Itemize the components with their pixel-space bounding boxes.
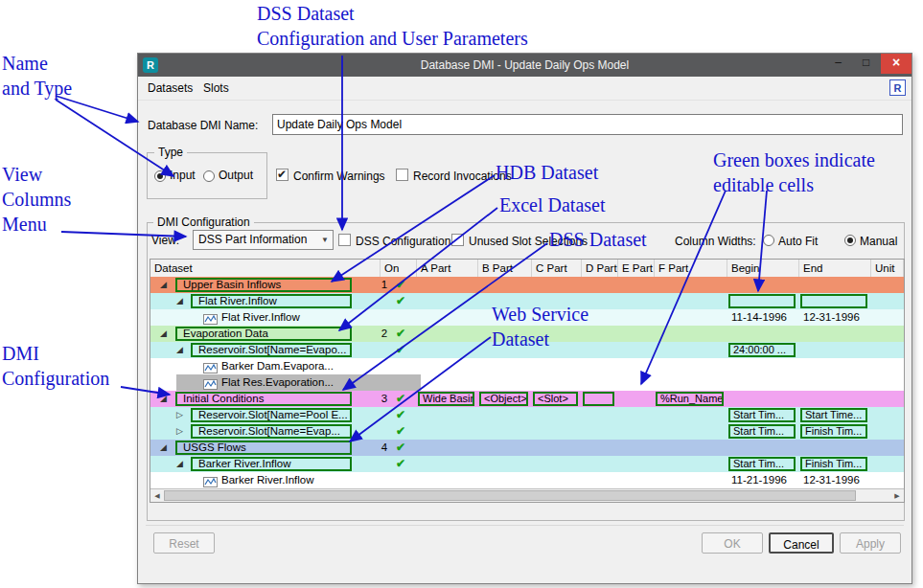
table-row[interactable]: ▷Reservoir.Slot[Name=Evap...✔Start Tim..…: [150, 423, 904, 440]
cell-b[interactable]: <Object>: [479, 392, 528, 406]
confirm-warnings-checkbox[interactable]: [276, 169, 288, 181]
column-header-begin[interactable]: Begin: [727, 260, 799, 277]
cell-end[interactable]: Finish Tim...: [800, 457, 867, 471]
maximize-button[interactable]: □: [852, 54, 880, 74]
dataset-label[interactable]: USGS Flows: [175, 441, 352, 455]
check-icon[interactable]: ✔: [396, 424, 405, 438]
dmi-name-input[interactable]: [272, 114, 903, 135]
cell-end[interactable]: Start Time...: [800, 408, 867, 422]
menu-slots[interactable]: Slots: [203, 77, 229, 100]
column-header-on[interactable]: On: [381, 260, 417, 277]
check-icon[interactable]: ✔: [396, 294, 405, 307]
dataset-label[interactable]: Barker Dam.Evapora...: [221, 360, 334, 372]
manual-radio[interactable]: [844, 235, 856, 246]
check-icon[interactable]: ✔: [396, 457, 405, 470]
column-header-dataset[interactable]: Dataset: [150, 260, 381, 277]
dataset-label[interactable]: Flat Res.Evaporation...: [221, 376, 334, 388]
check-icon[interactable]: ✔: [396, 343, 405, 356]
column-header-c[interactable]: C Part: [532, 260, 582, 277]
check-icon[interactable]: ✔: [396, 392, 405, 405]
table-row[interactable]: ◢USGS Flows4✔: [150, 440, 904, 456]
column-header-d[interactable]: D Part: [582, 260, 618, 277]
record-invocations-checkbox[interactable]: [396, 169, 408, 181]
cell-begin[interactable]: Start Tim...: [728, 408, 796, 422]
output-radio[interactable]: [203, 170, 215, 182]
table-row[interactable]: Barker River.Inflow11-21-199612-31-1996: [150, 472, 904, 488]
check-icon[interactable]: ✔: [396, 441, 405, 454]
unused-slot-selections-checkbox[interactable]: [451, 234, 464, 246]
table-row[interactable]: Flat Res.Evaporation...: [150, 374, 904, 391]
minimize-button[interactable]: –: [824, 54, 852, 74]
dataset-label[interactable]: Reservoir.Slot[Name=Pool E...: [191, 408, 352, 422]
input-radio-label[interactable]: Input: [170, 169, 196, 182]
titlebar[interactable]: R Database DMI - Update Daily Ops Model …: [138, 54, 911, 77]
view-dropdown[interactable]: DSS Part Information ▼: [193, 230, 334, 250]
scroll-right-icon[interactable]: ▶: [890, 489, 904, 502]
column-header-f[interactable]: F Part: [655, 260, 727, 277]
table-row[interactable]: ▷Reservoir.Slot[Name=Pool E...✔Start Tim…: [150, 407, 904, 423]
dataset-label[interactable]: Initial Conditions: [175, 392, 352, 406]
tree-expanded-icon[interactable]: ◢: [160, 280, 167, 289]
cell-begin[interactable]: Start Tim...: [728, 457, 796, 471]
menu-datasets[interactable]: Datasets: [148, 77, 193, 100]
ok-button[interactable]: OK: [702, 532, 763, 554]
cell-begin[interactable]: [728, 294, 796, 308]
scroll-left-icon[interactable]: ◀: [150, 489, 164, 502]
check-icon[interactable]: ✔: [396, 408, 405, 421]
column-header-unit[interactable]: Unit: [871, 260, 904, 277]
dataset-label[interactable]: Barker River.Inflow: [221, 474, 314, 486]
cell-a[interactable]: Wide Basin: [418, 392, 474, 406]
annotation-hdb-dataset: HDB Dataset: [496, 160, 598, 185]
tree-collapsed-icon[interactable]: ▷: [176, 410, 183, 419]
scrollbar-thumb[interactable]: [164, 490, 856, 501]
tree-expanded-icon[interactable]: ◢: [160, 328, 167, 338]
cell-begin[interactable]: 24:00:00 ...: [728, 343, 796, 357]
reset-button[interactable]: Reset: [153, 532, 215, 554]
table-row[interactable]: ◢Upper Basin Inflows1✔: [150, 277, 904, 293]
check-icon[interactable]: ✔: [396, 278, 405, 291]
auto-fit-radio[interactable]: [763, 235, 774, 246]
dataset-label[interactable]: Reservoir.Slot[Name=Evap...: [191, 424, 352, 439]
table-row[interactable]: Barker Dam.Evapora...: [150, 358, 904, 374]
cancel-button[interactable]: Cancel: [769, 532, 834, 554]
close-button[interactable]: ×: [881, 54, 911, 74]
confirm-warnings-label[interactable]: Confirm Warnings: [293, 170, 385, 183]
check-icon[interactable]: ✔: [396, 327, 405, 340]
dataset-label[interactable]: Flat River.Inflow: [221, 311, 300, 323]
dataset-label[interactable]: Barker River.Inflow: [191, 457, 352, 471]
dataset-label[interactable]: Upper Basin Inflows: [175, 278, 352, 292]
dataset-label[interactable]: Flat River.Inflow: [191, 294, 352, 308]
cell-d[interactable]: [583, 392, 614, 406]
apply-button[interactable]: Apply: [840, 532, 901, 554]
column-header-b[interactable]: B Part: [478, 260, 532, 277]
dataset-label[interactable]: Evaporation Data: [175, 327, 352, 341]
column-header-a[interactable]: A Part: [417, 260, 478, 277]
tree-expanded-icon[interactable]: ◢: [176, 459, 183, 468]
tree-expanded-icon[interactable]: ◢: [160, 442, 167, 452]
column-header-end[interactable]: End: [799, 260, 871, 277]
horizontal-scrollbar[interactable]: ◀ ▶: [150, 488, 904, 502]
output-radio-label[interactable]: Output: [219, 169, 253, 182]
tree-expanded-icon[interactable]: ◢: [176, 296, 183, 305]
tree-expanded-icon[interactable]: ◢: [176, 345, 183, 354]
riverware-menu-icon[interactable]: R: [889, 79, 906, 96]
auto-fit-radio-label[interactable]: Auto Fit: [778, 235, 818, 248]
dss-configuration-checkbox[interactable]: [338, 234, 351, 246]
dss-configuration-label[interactable]: DSS Configuration: [356, 235, 450, 248]
tree-expanded-icon[interactable]: ◢: [160, 394, 167, 403]
column-header-e[interactable]: E Part: [618, 260, 655, 277]
manual-radio-label[interactable]: Manual: [860, 235, 897, 248]
cell-begin: 11-14-1996: [731, 311, 787, 323]
table-row[interactable]: ◢Initial Conditions3✔Wide Basin<Object><…: [150, 391, 904, 407]
page: DSS Dataset Configuration and User Param…: [0, 0, 923, 588]
cell-end[interactable]: [800, 294, 867, 308]
dataset-label[interactable]: Reservoir.Slot[Name=Evapo...: [191, 343, 352, 357]
cell-c[interactable]: <Slot>: [533, 392, 578, 406]
tree-collapsed-icon[interactable]: ▷: [176, 426, 183, 436]
cell-f[interactable]: %Run_Name%: [656, 392, 724, 406]
annotation-dmi-configuration: DMI Configuration: [2, 341, 109, 391]
input-radio[interactable]: [154, 170, 166, 182]
table-row[interactable]: ◢Barker River.Inflow✔Start Tim...Finish …: [150, 456, 904, 472]
cell-begin[interactable]: Start Tim...: [728, 424, 796, 439]
cell-end[interactable]: Finish Tim...: [800, 424, 867, 439]
